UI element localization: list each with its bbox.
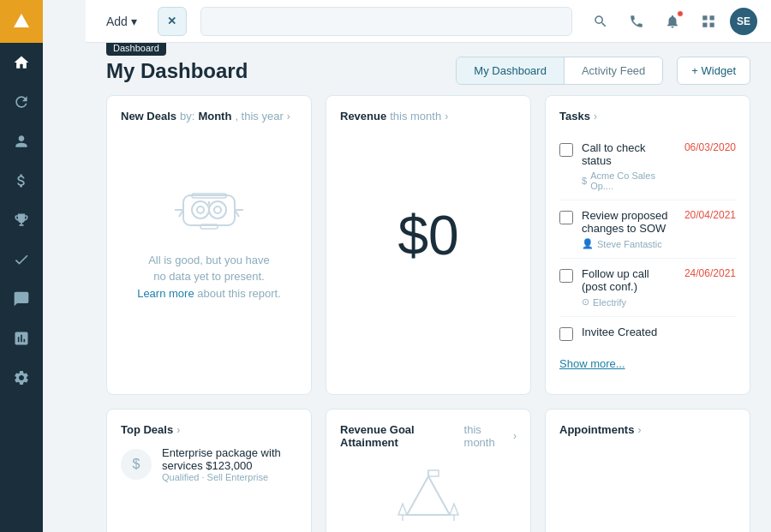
deal-meta: Qualified · Sell Enterprise [162, 472, 297, 482]
dashboard-tooltip: Dashboard My Dashboard [106, 59, 248, 83]
tab-activity-feed[interactable]: Activity Feed [565, 57, 662, 84]
page-title: My Dashboard [106, 59, 248, 83]
page-tabs: My Dashboard Activity Feed [456, 57, 663, 85]
task-meta-2: 👤 Steve Fantastic [582, 238, 676, 249]
svg-marker-17 [398, 504, 407, 515]
svg-rect-13 [200, 224, 218, 229]
task-content-1: Call to check status $ Acme Co Sales Op.… [582, 141, 676, 191]
appointments-title: Appointments › [559, 423, 736, 436]
task-title-4: Invitee Created [582, 326, 736, 338]
task-date-3: 24/06/2021 [684, 267, 736, 279]
task-meta-icon-1: $ [582, 176, 587, 186]
page-header: Dashboard My Dashboard My Dashboard Acti… [86, 43, 771, 95]
revenue-goal-chevron-icon: › [513, 430, 517, 442]
task-meta-1: $ Acme Co Sales Op.... [582, 170, 676, 191]
add-button[interactable]: Add ▾ [99, 11, 144, 32]
nav-reports[interactable] [0, 319, 43, 358]
task-date-1: 06/03/2020 [684, 141, 736, 153]
revenue-goal-widget: Revenue Goal Attainment this month › [326, 409, 531, 532]
new-deals-widget: New Deals by: Month , this year › [106, 95, 312, 395]
phone-icon-btn[interactable] [622, 7, 651, 36]
grid-icon-btn[interactable] [694, 7, 723, 36]
nav-deals[interactable] [0, 161, 43, 200]
svg-marker-14 [407, 476, 450, 515]
deal-info: Enterprise package with services $123,00… [162, 446, 297, 482]
widgets-row-1: New Deals by: Month , this year › [86, 95, 771, 409]
task-checkbox-3[interactable] [559, 269, 573, 283]
notification-icon-btn[interactable] [658, 7, 687, 36]
task-title-1: Call to check status [582, 141, 676, 167]
tasks-chevron-icon: › [594, 111, 597, 123]
no-data-text: All is good, but you have no data yet to… [137, 252, 281, 302]
new-deals-title: New Deals by: Month , this year › [121, 110, 297, 123]
task-item: Review proposed changes to SOW 👤 Steve F… [559, 200, 736, 259]
svg-marker-18 [450, 504, 458, 515]
appointments-widget: Appointments › [545, 409, 750, 532]
task-meta-icon-3: ⊙ [582, 296, 589, 308]
chevron-down-icon: ▾ [131, 15, 137, 28]
revenue-chevron-icon: › [445, 111, 448, 123]
task-checkbox-4[interactable] [559, 327, 573, 341]
add-label: Add [106, 15, 128, 28]
close-icon-btn[interactable]: ✕ [158, 7, 187, 36]
search-icon-btn[interactable] [586, 7, 615, 36]
nav-home[interactable] [0, 43, 43, 82]
goal-illustration [340, 459, 517, 528]
tooltip-bubble: Dashboard [106, 43, 166, 56]
task-checkbox-2[interactable] [559, 211, 573, 224]
nav-refresh[interactable] [0, 82, 43, 122]
tab-my-dashboard[interactable]: My Dashboard [457, 57, 565, 84]
user-avatar[interactable]: SE [730, 8, 757, 35]
no-data-container: All is good, but you have no data yet to… [121, 133, 297, 338]
nav-contacts[interactable] [0, 122, 43, 161]
revenue-amount: $0 [340, 133, 517, 338]
add-widget-button[interactable]: + Widget [677, 57, 750, 85]
tasks-title: Tasks › [559, 110, 736, 123]
top-deals-title: Top Deals › [121, 423, 297, 436]
nav-trophies[interactable] [0, 200, 43, 240]
nav-messages[interactable] [0, 279, 43, 319]
search-input[interactable] [210, 15, 563, 27]
main-content: Dashboard My Dashboard My Dashboard Acti… [86, 43, 771, 532]
revenue-widget: Revenue this month › $0 [326, 95, 531, 395]
deal-name: Enterprise package with services $123,00… [162, 446, 297, 472]
top-deals-chevron-icon: › [176, 424, 180, 436]
svg-point-11 [214, 206, 221, 213]
learn-more-link[interactable]: Learn more [137, 287, 194, 300]
task-title-3: Follow up call (post conf.) [582, 267, 676, 293]
task-list: Call to check status $ Acme Co Sales Op.… [559, 133, 736, 350]
widgets-row-2: Top Deals › $ Enterprise package with se… [86, 409, 771, 532]
show-more-link[interactable]: Show more... [559, 357, 625, 370]
app-logo[interactable] [0, 0, 43, 43]
task-item: Invitee Created [559, 317, 736, 350]
top-deals-widget: Top Deals › $ Enterprise package with se… [106, 409, 312, 532]
nav-settings[interactable] [0, 358, 43, 398]
search-bar[interactable] [200, 7, 572, 36]
header-actions: SE [586, 7, 757, 36]
svg-point-10 [197, 206, 204, 213]
svg-rect-16 [428, 470, 439, 476]
task-item: Follow up call (post conf.) ⊙ Electrify … [559, 259, 736, 317]
svg-point-2 [192, 201, 209, 218]
task-content-4: Invitee Created [582, 326, 736, 342]
task-content-3: Follow up call (post conf.) ⊙ Electrify [582, 267, 676, 308]
title-area: Dashboard My Dashboard [106, 59, 248, 83]
svg-marker-0 [14, 14, 29, 27]
revenue-goal-title: Revenue Goal Attainment this month › [340, 423, 517, 449]
appointments-chevron-icon: › [637, 424, 641, 436]
task-content-2: Review proposed changes to SOW 👤 Steve F… [582, 209, 676, 249]
top-header: Add ▾ ✕ SE [86, 0, 771, 43]
chevron-right-icon: › [287, 111, 290, 123]
header-center-icons: ✕ [158, 7, 187, 36]
task-meta-icon-2: 👤 [582, 238, 594, 249]
no-data-illustration [158, 170, 260, 238]
deal-item: $ Enterprise package with services $123,… [121, 446, 297, 482]
nav-tasks[interactable] [0, 240, 43, 279]
notification-badge [677, 10, 684, 17]
task-item: Call to check status $ Acme Co Sales Op.… [559, 133, 736, 200]
task-checkbox-1[interactable] [559, 143, 573, 157]
sidebar [0, 0, 43, 532]
svg-point-3 [209, 201, 226, 218]
tasks-widget: Tasks › Call to check status $ Acme Co S… [545, 95, 750, 395]
task-title-2: Review proposed changes to SOW [582, 209, 676, 235]
